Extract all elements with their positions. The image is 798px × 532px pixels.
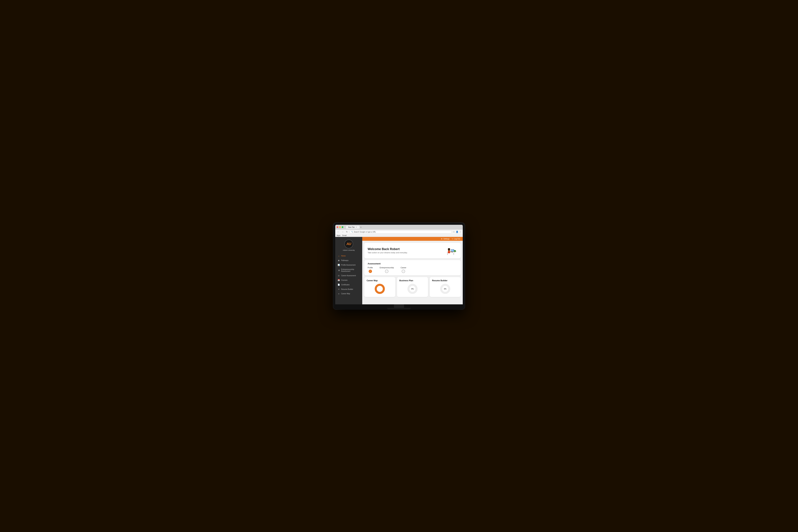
career-map-percent: 100% <box>378 288 382 290</box>
progress-row: Career Map 100% Business Pla <box>364 277 461 297</box>
bookmark-apps[interactable]: Apps <box>337 234 341 236</box>
entrepreneurship-icon: 🖥 <box>338 269 340 271</box>
sidebar-nav: ⌂ Home ◉ Pathways 📊 Profile Assessment 🖥… <box>335 254 362 296</box>
profile-icon[interactable]: 👤 <box>456 231 458 233</box>
assessment-item-career: Career ✓ <box>401 267 406 273</box>
sidebar-item-career-label: Career Assessment <box>341 275 356 277</box>
profile-assessment-icon: 📊 <box>338 264 340 266</box>
assessment-entrepreneurship-label: Entrepreneurship <box>380 267 394 269</box>
svg-rect-9 <box>452 252 453 252</box>
sidebar-item-home-label: Home <box>341 255 346 257</box>
sidebar-item-resume-builder[interactable]: ✏ Resume Builder <box>335 287 362 291</box>
business-plan-title: Business Plan <box>399 280 413 282</box>
top-bar: ⚙ Settings ↪ Log Out <box>362 237 463 241</box>
menu-icon[interactable]: ⋮ <box>459 231 461 233</box>
monitor: New Tab ✕ + ← → ↻ 🔍 Search Google or typ… <box>333 223 465 309</box>
entrepreneurship-check: ✓ <box>385 270 388 273</box>
resume-builder-percent: 0% <box>444 288 446 290</box>
business-plan-donut: 0% <box>407 284 418 294</box>
assessment-career-label: Career <box>401 267 406 269</box>
bookmarks-bar: Apps Gmail <box>335 234 463 237</box>
career-map-card[interactable]: Career Map 100% <box>364 277 395 297</box>
home-icon: ⌂ <box>338 255 340 257</box>
tab-close-icon[interactable]: ✕ <box>356 226 357 228</box>
url-text: Search Google or type a URL <box>354 231 376 233</box>
browser-actions: ☆ 👤 ⋮ <box>453 231 461 233</box>
close-button[interactable] <box>337 226 338 228</box>
resume-builder-card[interactable]: Resume Builder 0% <box>430 277 461 297</box>
svg-point-11 <box>448 251 450 253</box>
welcome-heading: Welcome Back Robert <box>368 247 407 251</box>
search-icon: 🔍 <box>351 231 353 233</box>
welcome-subheading: Take action on your dreams today and eve… <box>368 252 407 253</box>
sidebar-item-profile-label: Profile Assessment <box>341 264 356 266</box>
logo-container: AU Auburn University <box>343 240 355 251</box>
business-plan-card[interactable]: Business Plan 0% <box>397 277 428 297</box>
monitor-stand <box>335 304 463 309</box>
url-bar[interactable]: 🔍 Search Google or type a URL <box>349 230 452 233</box>
app-container: AU Auburn University ⌂ Home ◉ Pathways 📊 <box>335 237 463 304</box>
active-tab[interactable]: New Tab ✕ <box>346 226 360 229</box>
career-assessment-icon: ◎ <box>338 274 340 277</box>
tab-bar: New Tab ✕ + <box>346 226 461 229</box>
resume-icon: ✏ <box>338 288 340 290</box>
browser-title-bar: New Tab ✕ + <box>335 225 463 230</box>
main-content: ⚙ Settings ↪ Log Out Welcome Back Robert <box>362 237 463 304</box>
welcome-illustration <box>444 246 457 255</box>
sidebar-item-career-assessment[interactable]: ◎ Career Assessment <box>335 273 362 278</box>
sidebar-item-courses-label: Courses <box>341 279 347 281</box>
career-map-title: Career Map <box>367 280 378 282</box>
logo-text: AU <box>346 242 351 246</box>
new-tab-button[interactable]: + <box>360 226 362 228</box>
browser-toolbar: ← → ↻ 🔍 Search Google or type a URL ☆ 👤 … <box>335 230 463 234</box>
career-map-donut: 100% <box>375 284 385 294</box>
sidebar-item-pathways[interactable]: ◉ Pathways <box>335 258 362 263</box>
traffic-lights <box>337 226 343 228</box>
svg-rect-2 <box>454 253 454 255</box>
logout-label: Log Out <box>454 238 460 240</box>
university-logo: AU <box>344 240 353 248</box>
resume-builder-title: Resume Builder <box>432 280 448 282</box>
settings-label: Settings <box>443 238 450 240</box>
welcome-card: Welcome Back Robert Take action on your … <box>364 243 461 258</box>
browser-window: New Tab ✕ + ← → ↻ 🔍 Search Google or typ… <box>335 225 463 304</box>
certificates-icon: 📄 <box>338 284 340 286</box>
settings-button[interactable]: ⚙ Settings <box>441 238 450 240</box>
sidebar-item-entrepreneurship-label: Entrepreneurship Assessment <box>341 268 360 272</box>
star-icon[interactable]: ☆ <box>453 231 455 233</box>
sidebar-item-certificates-label: Certificates <box>341 284 349 286</box>
svg-point-15 <box>449 249 450 250</box>
stand-neck <box>394 304 404 308</box>
svg-rect-1 <box>447 253 448 255</box>
assessment-section-title: Assessment <box>368 262 457 265</box>
assessment-items: Profile ✓ Entrepreneurship ✓ Career ✓ <box>368 267 457 273</box>
tab-title: New Tab <box>348 226 355 228</box>
sidebar-item-home[interactable]: ⌂ Home <box>335 254 362 258</box>
sidebar-item-pathways-label: Pathways <box>341 260 348 261</box>
forward-button[interactable]: → <box>341 230 344 233</box>
sidebar: AU Auburn University ⌂ Home ◉ Pathways 📊 <box>335 237 362 304</box>
back-button[interactable]: ← <box>337 230 340 233</box>
svg-point-14 <box>449 249 449 250</box>
logout-icon: ↪ <box>452 238 453 240</box>
assessment-profile-label: Profile <box>368 267 373 269</box>
svg-rect-0 <box>446 252 455 253</box>
profile-check: ✓ <box>369 270 372 273</box>
gear-icon: ⚙ <box>441 238 442 240</box>
bookmark-gmail[interactable]: Gmail <box>342 234 346 236</box>
svg-point-18 <box>454 251 455 252</box>
sidebar-item-profile-assessment[interactable]: 📊 Profile Assessment <box>335 263 362 267</box>
logout-button[interactable]: ↪ Log Out <box>452 238 460 240</box>
sidebar-item-courses[interactable]: 📅 Courses <box>335 278 362 282</box>
sidebar-item-career-map[interactable]: ≡ Career Map <box>335 291 362 296</box>
reload-button[interactable]: ↻ <box>345 230 348 233</box>
business-plan-percent: 0% <box>411 288 414 290</box>
sidebar-item-entrepreneurship-assessment[interactable]: 🖥 Entrepreneurship Assessment <box>335 267 362 273</box>
pathways-icon: ◉ <box>338 259 340 262</box>
maximize-button[interactable] <box>342 226 343 228</box>
svg-point-19 <box>455 251 456 252</box>
sidebar-item-certificates[interactable]: 📄 Certificates <box>335 282 362 287</box>
career-check: ✓ <box>402 270 405 273</box>
minimize-button[interactable] <box>339 226 341 228</box>
sidebar-item-resume-label: Resume Builder <box>341 288 353 290</box>
